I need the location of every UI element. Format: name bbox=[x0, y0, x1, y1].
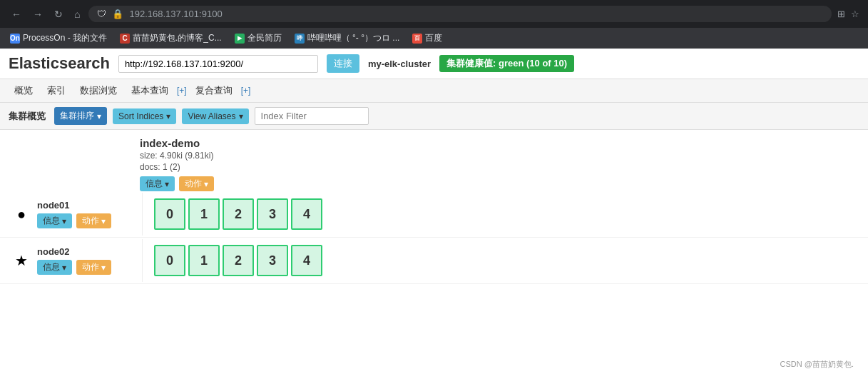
node02-icon: ★ bbox=[11, 252, 31, 269]
index-filter-input[interactable] bbox=[255, 107, 369, 125]
shard-box: 3 bbox=[257, 245, 288, 276]
index-docs: docs: 1 (2) bbox=[140, 162, 857, 172]
table-row: ★ node02 信息 ▾ 动作 ▾ bbox=[0, 238, 868, 284]
home-button[interactable]: ⌂ bbox=[71, 7, 83, 21]
nav-browser[interactable]: 数据浏览 bbox=[74, 82, 123, 99]
index-info-block: index-demo size: 4.90ki (9.81ki) docs: 1… bbox=[0, 130, 868, 191]
shield-icon: 🛡 bbox=[97, 9, 106, 19]
node01-info-label: 信息 bbox=[43, 215, 60, 227]
view-aliases-chevron: ▾ bbox=[239, 111, 243, 121]
cluster-name: my-elk-cluster bbox=[368, 59, 431, 69]
url-input[interactable] bbox=[118, 55, 318, 73]
content-area: index-demo size: 4.90ki (9.81ki) docs: 1… bbox=[0, 130, 868, 284]
sort-indices-label: Sort Indices bbox=[118, 111, 163, 121]
bookmark-star-icon: ☆ bbox=[851, 9, 859, 19]
bookmark-resume-icon: ▶ bbox=[235, 34, 245, 44]
cluster-sort-button[interactable]: 集群排序 ▾ bbox=[54, 107, 107, 125]
node01-actions: 信息 ▾ 动作 ▾ bbox=[37, 213, 111, 228]
forward-button[interactable]: → bbox=[30, 7, 46, 21]
node01-info-button[interactable]: 信息 ▾ bbox=[37, 213, 72, 228]
view-aliases-button[interactable]: View Aliases ▾ bbox=[182, 108, 248, 124]
sort-indices-button[interactable]: Sort Indices ▾ bbox=[113, 108, 176, 124]
node01-shards-container: 0 1 2 3 4 bbox=[154, 198, 322, 230]
connect-button[interactable]: 连接 bbox=[327, 54, 359, 73]
bookmark-bilibili[interactable]: 哔 哔哩哔哩（ °- °）つロ ... bbox=[290, 31, 404, 46]
view-aliases-label: View Aliases bbox=[188, 111, 235, 121]
node02-info-label: 信息 bbox=[43, 261, 60, 273]
nav-overview[interactable]: 概览 bbox=[9, 82, 39, 99]
bookmark-baidu[interactable]: 百 百度 bbox=[408, 31, 446, 46]
bookmark-bilibili-label: 哔哩哔哩（ °- °）つロ ... bbox=[307, 32, 400, 44]
nav-indices[interactable]: 索引 bbox=[41, 82, 71, 99]
index-action-chevron: ▾ bbox=[204, 179, 208, 189]
node02-action-button[interactable]: 动作 ▾ bbox=[76, 260, 111, 275]
bookmark-processon-label: ProcessOn - 我的文件 bbox=[23, 32, 107, 44]
shard-box: 4 bbox=[291, 245, 322, 276]
browser-extensions: ⊞ ☆ bbox=[837, 9, 859, 19]
node01-action-label: 动作 bbox=[82, 215, 99, 227]
index-size: size: 4.90ki (9.81ki) bbox=[140, 151, 857, 161]
bookmark-blog-label: 苗苗奶黄包.的博客_C... bbox=[133, 32, 222, 44]
shard-box: 0 bbox=[154, 198, 185, 230]
index-action-button[interactable]: 动作 ▾ bbox=[179, 176, 214, 191]
node01-shards: 0 1 2 3 4 bbox=[143, 191, 868, 237]
bookmark-resume[interactable]: ▶ 全民简历 bbox=[230, 31, 286, 46]
bookmark-baidu-label: 百度 bbox=[425, 32, 442, 44]
table-row: ● node01 信息 ▾ 动作 ▾ bbox=[0, 191, 868, 238]
sort-indices-chevron: ▾ bbox=[166, 111, 170, 121]
index-name: index-demo bbox=[140, 137, 857, 149]
nav-bar: 概览 索引 数据浏览 基本查询 [+] 复合查询 [+] bbox=[0, 79, 868, 103]
node01-action-chevron: ▾ bbox=[101, 216, 106, 226]
node02-action-chevron: ▾ bbox=[101, 263, 106, 273]
node02-name: node02 bbox=[37, 246, 111, 257]
shard-box: 4 bbox=[291, 198, 322, 230]
bookmark-blog[interactable]: C 苗苗奶黄包.的博客_C... bbox=[116, 31, 226, 46]
cluster-sort-chevron: ▾ bbox=[97, 111, 101, 121]
index-action-label: 动作 bbox=[185, 178, 202, 190]
nav-basic-plus[interactable]: [+] bbox=[177, 86, 187, 96]
bookmark-baidu-icon: 百 bbox=[412, 34, 422, 44]
nav-basic-query[interactable]: 基本查询 bbox=[126, 82, 174, 99]
node02-shards: 0 1 2 3 4 bbox=[143, 238, 868, 283]
node02-actions: 信息 ▾ 动作 ▾ bbox=[37, 260, 111, 275]
address-port: :9100 bbox=[199, 9, 223, 19]
bookmark-blog-icon: C bbox=[120, 34, 130, 44]
node02-cell: ★ node02 信息 ▾ 动作 ▾ bbox=[0, 239, 143, 282]
bookmark-processon-icon: On bbox=[10, 34, 20, 44]
node01-cell: ● node01 信息 ▾ 动作 ▾ bbox=[0, 193, 143, 236]
address-bar[interactable]: 🛡 🔒 192.168.137.101:9100 bbox=[88, 6, 832, 22]
shard-box: 1 bbox=[188, 245, 220, 276]
node01-info-chevron: ▾ bbox=[62, 216, 66, 226]
index-info-button[interactable]: 信息 ▾ bbox=[140, 176, 175, 191]
nodes-section: ● node01 信息 ▾ 动作 ▾ bbox=[0, 191, 868, 284]
bookmark-processon[interactable]: On ProcessOn - 我的文件 bbox=[6, 31, 111, 46]
address-text: 192.168.137.101:9100 bbox=[129, 9, 222, 19]
shard-box: 2 bbox=[223, 198, 254, 230]
node02-action-label: 动作 bbox=[82, 261, 99, 273]
node02-info-button[interactable]: 信息 ▾ bbox=[37, 260, 72, 275]
shard-box: 1 bbox=[188, 198, 220, 230]
nav-compound-plus[interactable]: [+] bbox=[241, 86, 251, 96]
cluster-sort-label: 集群排序 bbox=[60, 110, 94, 122]
node02-info-chevron: ▾ bbox=[62, 263, 66, 273]
index-info-label: 信息 bbox=[145, 178, 163, 190]
cluster-bar-title: 集群概览 bbox=[9, 110, 46, 123]
index-actions: 信息 ▾ 动作 ▾ bbox=[140, 176, 857, 191]
browser-chrome: ← → ↻ ⌂ 🛡 🔒 192.168.137.101:9100 ⊞ ☆ bbox=[0, 0, 868, 28]
lock-icon: 🔒 bbox=[112, 9, 123, 19]
nav-compound-query[interactable]: 复合查询 bbox=[190, 82, 238, 99]
app-title: Elasticsearch bbox=[9, 54, 110, 73]
shard-box: 0 bbox=[154, 245, 185, 276]
bookmarks-bar: On ProcessOn - 我的文件 C 苗苗奶黄包.的博客_C... ▶ 全… bbox=[0, 28, 868, 49]
address-host: 192.168.137.101 bbox=[129, 9, 199, 19]
bookmark-resume-label: 全民简历 bbox=[247, 32, 282, 44]
cluster-bar: 集群概览 集群排序 ▾ Sort Indices ▾ View Aliases … bbox=[0, 103, 868, 130]
node01-action-button[interactable]: 动作 ▾ bbox=[76, 213, 111, 228]
index-info-chevron: ▾ bbox=[165, 179, 169, 189]
shard-box: 3 bbox=[257, 198, 288, 230]
node01-name: node01 bbox=[37, 200, 111, 211]
health-badge: 集群健康值: green (10 of 10) bbox=[439, 55, 574, 72]
back-button[interactable]: ← bbox=[9, 7, 24, 21]
reload-button[interactable]: ↻ bbox=[51, 7, 66, 21]
shard-box: 2 bbox=[223, 245, 254, 276]
